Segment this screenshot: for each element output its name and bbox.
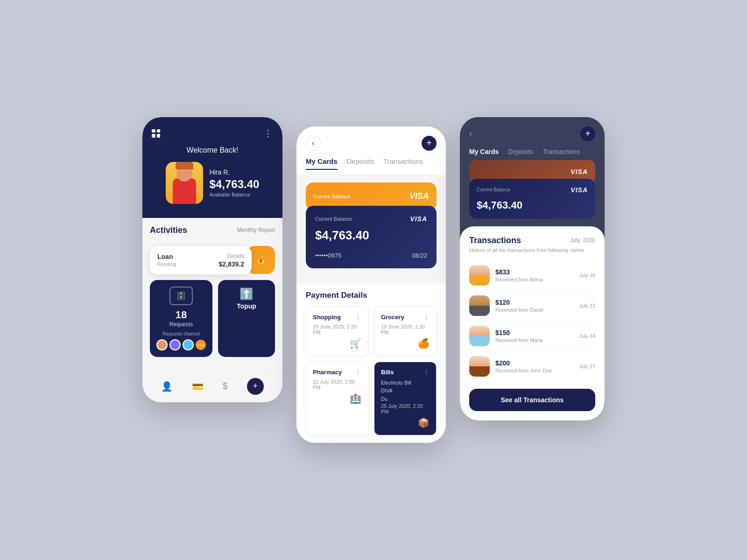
maria-avatar bbox=[469, 326, 490, 346]
p3-card-dark[interactable]: Current Balance VISA $4,763.40 bbox=[469, 179, 595, 219]
shopping-more[interactable]: ⋮ bbox=[355, 314, 361, 321]
transactions-header: Transactions July, 2020 bbox=[469, 236, 595, 245]
david-avatar-img bbox=[469, 295, 490, 316]
plus-icon: + bbox=[426, 138, 432, 148]
david-avatar bbox=[469, 295, 490, 316]
tab-transactions-label: Transactions bbox=[383, 157, 423, 165]
p3-tab-deposits[interactable]: Deposits bbox=[508, 148, 533, 155]
p3-card-balance: $4,763.40 bbox=[477, 199, 588, 211]
maria-name: Received from Maria bbox=[495, 337, 573, 343]
pharmacy-more[interactable]: ⋮ bbox=[355, 369, 361, 376]
payment-card-shopping[interactable]: Shopping ⋮ 20 June 2020, 2:20 PM 🛒 bbox=[306, 307, 368, 356]
grocery-more[interactable]: ⋮ bbox=[423, 314, 430, 321]
p3-add-button[interactable]: + bbox=[580, 126, 595, 141]
maria-avatar-img bbox=[469, 326, 490, 346]
back-button[interactable]: ‹ bbox=[306, 136, 321, 151]
payment-card-grocery[interactable]: Grocery ⋮ 19 June 2020, 1:20 PM 🍊 bbox=[374, 307, 437, 356]
john-avatar bbox=[469, 356, 490, 377]
tab-deposits[interactable]: Deposits bbox=[347, 157, 374, 170]
card-dark-visa: VISA bbox=[410, 215, 427, 223]
activities-title: Activities bbox=[150, 225, 187, 235]
menu-icon[interactable] bbox=[152, 129, 160, 138]
add-icon: + bbox=[253, 381, 258, 391]
p3-tab-deposits-label: Deposits bbox=[508, 148, 533, 155]
back-icon: ‹ bbox=[312, 139, 314, 147]
dollar-nav-icon[interactable]: $ bbox=[223, 381, 228, 392]
p2-nav: ‹ + bbox=[306, 136, 437, 151]
p3-back-button[interactable]: ‹ bbox=[469, 129, 472, 139]
tab-transactions[interactable]: Transactions bbox=[383, 157, 423, 170]
alona-avatar bbox=[469, 265, 490, 286]
phone-2: ‹ + My Cards Deposits Transactions bbox=[296, 126, 446, 443]
john-info: $200 Received from John Doe bbox=[495, 359, 573, 373]
channel-more[interactable]: +14 bbox=[196, 340, 206, 350]
channel-avatar-1 bbox=[156, 339, 168, 350]
bag-icon: 💰 bbox=[256, 255, 266, 264]
pharmacy-date: 22 July 2020, 2:00 PM bbox=[313, 379, 361, 390]
loan-card[interactable]: Loan Pending Details $2,839.2 bbox=[150, 246, 252, 274]
bills-title: Bills bbox=[381, 369, 394, 376]
alona-amount: $833 bbox=[495, 268, 573, 276]
alona-name: Received from Alona bbox=[495, 277, 573, 282]
phone-3: ‹ + My Cards Deposits Transactions VISA bbox=[460, 117, 605, 420]
maria-info: $150 Received from Maria bbox=[495, 329, 573, 343]
loan-title: Loan bbox=[157, 253, 176, 260]
p3-tab-transactions[interactable]: Transactions bbox=[543, 148, 580, 155]
card-dark[interactable]: Current Balance VISA $4,763.40 ••••••097… bbox=[306, 206, 437, 268]
profile-nav-icon[interactable]: 👤 bbox=[161, 381, 173, 392]
welcome-text: Welcome Back! bbox=[152, 146, 273, 154]
david-date: July 22 bbox=[579, 303, 595, 308]
payment-grid: Shopping ⋮ 20 June 2020, 2:20 PM 🛒 Groce… bbox=[306, 307, 437, 436]
phones-container: ⋮ Welcome Back! Hira R. $ bbox=[142, 117, 605, 443]
p3-card-visa: VISA bbox=[571, 186, 588, 194]
p3-plus-icon: + bbox=[585, 128, 591, 139]
see-all-transactions-button[interactable]: See all Transactions bbox=[469, 389, 595, 411]
user-name: Hira R. bbox=[210, 168, 260, 176]
david-name: Received from David bbox=[495, 307, 573, 313]
balance-label: Available Balance bbox=[210, 192, 260, 197]
transactions-subtitle: History of all the transactions from fol… bbox=[469, 247, 595, 253]
topup-button[interactable]: ⬆️ Topup bbox=[218, 280, 275, 357]
topup-label: Topup bbox=[226, 302, 268, 310]
shopping-icon: 🛒 bbox=[313, 338, 361, 349]
add-nav-button[interactable]: + bbox=[247, 378, 264, 395]
activities-header: Activities Monthly Report bbox=[150, 225, 275, 235]
bills-more[interactable]: ⋮ bbox=[423, 369, 430, 376]
transaction-item-john[interactable]: $200 Received from John Doe July 27 bbox=[469, 351, 595, 381]
alona-date: July 20 bbox=[579, 273, 595, 278]
channel-avatars: +14 bbox=[156, 339, 206, 350]
more-icon[interactable]: ⋮ bbox=[264, 128, 273, 139]
alona-avatar-img bbox=[469, 265, 490, 286]
safe-icon: 🗄️ bbox=[176, 291, 186, 300]
transaction-item-maria[interactable]: $150 Received from Maria July 24 bbox=[469, 321, 595, 351]
channel-avatar-2 bbox=[169, 339, 181, 350]
pharmacy-icon: 🏥 bbox=[313, 393, 361, 404]
card-dark-balance-label: Current Balance bbox=[315, 216, 352, 222]
requests-channel-label: Requests channel bbox=[156, 331, 206, 336]
grocery-title: Grocery bbox=[381, 314, 404, 321]
payment-card-bills[interactable]: Bills ⋮ Electricity BillDIVADu 25 July 2… bbox=[374, 362, 437, 436]
p3-nav: ‹ + bbox=[469, 126, 595, 141]
transaction-item-david[interactable]: $120 Received from David July 22 bbox=[469, 291, 595, 321]
grocery-date: 19 June 2020, 1:20 PM bbox=[381, 324, 430, 335]
payment-title: Payment Details bbox=[306, 291, 437, 300]
tab-my-cards[interactable]: My Cards bbox=[306, 157, 338, 170]
grocery-icon: 🍊 bbox=[381, 338, 430, 349]
payment-card-pharmacy[interactable]: Pharmacy ⋮ 22 July 2020, 2:00 PM 🏥 bbox=[306, 362, 368, 436]
p3-tab-my-cards[interactable]: My Cards bbox=[469, 148, 499, 155]
john-date: July 27 bbox=[579, 364, 595, 369]
monthly-report-link[interactable]: Monthly Report bbox=[237, 227, 275, 233]
phone-1-header: ⋮ Welcome Back! Hira R. $ bbox=[142, 117, 282, 218]
requests-card[interactable]: 🗄️ 18 Requests Requests channel +14 bbox=[150, 280, 212, 357]
activities-row: 🗄️ 18 Requests Requests channel +14 ⬆️ T… bbox=[150, 280, 275, 357]
loan-detail[interactable]: Details bbox=[219, 253, 245, 259]
add-button[interactable]: + bbox=[422, 136, 437, 151]
card-nav-icon[interactable]: 💳 bbox=[192, 381, 204, 392]
tab-my-cards-label: My Cards bbox=[306, 157, 338, 165]
transaction-item-alona[interactable]: $833 Received from Alona July 20 bbox=[469, 260, 595, 291]
payment-section: Payment Details Shopping ⋮ 20 June 2020,… bbox=[296, 283, 446, 443]
phone-1-body: Activities Monthly Report Loan Pending D… bbox=[142, 218, 282, 370]
loan-amount: $2,839.2 bbox=[219, 260, 245, 268]
profile-section: Hira R. $4,763.40 Available Balance bbox=[152, 162, 273, 204]
user-balance: $4,763.40 bbox=[210, 178, 260, 191]
